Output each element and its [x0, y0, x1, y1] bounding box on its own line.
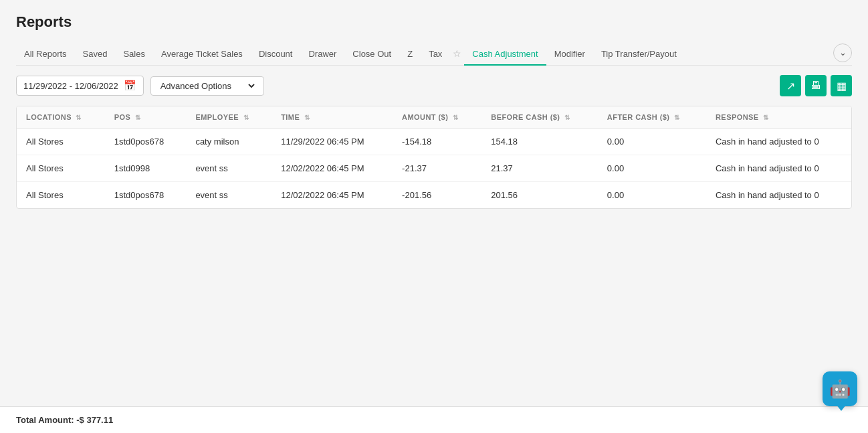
tab-average-ticket-sales[interactable]: Average Ticket Sales [153, 44, 251, 66]
chevron-down-icon: ⌄ [839, 48, 847, 58]
toolbar-actions: ↗ 🖶 ▦ [780, 75, 852, 96]
cell-amount-1: -21.37 [393, 155, 481, 182]
cell-employee-2: event ss [186, 182, 272, 209]
tab-drawer[interactable]: Drawer [300, 44, 344, 66]
cell-locations-1: All Stores [17, 155, 105, 182]
sort-icon-before-cash: ⇅ [564, 114, 570, 121]
nav-right: ⌄ [833, 44, 852, 65]
col-response[interactable]: RESPONSE ⇅ [706, 106, 851, 128]
advanced-options-dropdown[interactable]: Advanced Options [158, 80, 257, 92]
cell-response-2: Cash in hand adjusted to 0 [706, 182, 851, 209]
cell-employee-1: event ss [186, 155, 272, 182]
col-after-cash[interactable]: AFTER CASH ($) ⇅ [598, 106, 706, 128]
tab-all-reports[interactable]: All Reports [16, 44, 75, 66]
cell-after_cash-1: 0.00 [598, 155, 706, 182]
col-pos[interactable]: POS ⇅ [105, 106, 187, 128]
total-amount: Total Amount: -$ 377.11 [16, 415, 113, 425]
sort-icon-response: ⇅ [763, 114, 768, 121]
sort-icon-employee: ⇅ [243, 114, 249, 121]
cell-amount-0: -154.18 [393, 128, 481, 155]
cell-response-0: Cash in hand adjusted to 0 [706, 128, 851, 155]
print-button[interactable]: 🖶 [805, 75, 827, 96]
tab-modifier[interactable]: Modifier [546, 44, 593, 66]
export-icon: ↗ [786, 80, 795, 92]
report-table: LOCATIONS ⇅ POS ⇅ EMPLOYEE ⇅ TIME ⇅ [17, 106, 851, 208]
cell-before_cash-0: 154.18 [481, 128, 598, 155]
col-before-cash[interactable]: BEFORE CASH ($) ⇅ [481, 106, 598, 128]
col-employee[interactable]: EMPLOYEE ⇅ [186, 106, 272, 128]
chatbot-tail [836, 404, 847, 411]
page-wrapper: Reports All Reports Saved Sales Average … [0, 0, 868, 433]
tab-sales[interactable]: Sales [115, 44, 153, 66]
page-title: Reports [16, 13, 852, 31]
cell-time-2: 12/02/2022 06:45 PM [272, 182, 393, 209]
sort-icon-pos: ⇅ [135, 114, 140, 121]
tab-tax[interactable]: Tax [421, 44, 450, 66]
cell-locations-0: All Stores [17, 128, 105, 155]
columns-button[interactable]: ▦ [831, 75, 852, 96]
date-range-picker[interactable]: 11/29/2022 - 12/06/2022 📅 [16, 76, 144, 96]
chatbot-icon: 🤖 [829, 379, 851, 400]
table-row: All Stores1std0998event ss12/02/2022 06:… [17, 155, 851, 182]
tab-z[interactable]: Z [399, 44, 421, 66]
tab-tip-transfer-payout[interactable]: Tip Transfer/Payout [593, 44, 685, 66]
col-amount[interactable]: AMOUNT ($) ⇅ [393, 106, 481, 128]
print-icon: 🖶 [810, 80, 821, 92]
cell-employee-0: caty milson [186, 128, 272, 155]
table-header: LOCATIONS ⇅ POS ⇅ EMPLOYEE ⇅ TIME ⇅ [17, 106, 851, 128]
favorite-star-icon[interactable]: ☆ [450, 43, 464, 66]
export-button[interactable]: ↗ [780, 75, 801, 96]
cell-before_cash-2: 201.56 [481, 182, 598, 209]
cell-after_cash-0: 0.00 [598, 128, 706, 155]
nav-collapse-button[interactable]: ⌄ [833, 44, 852, 62]
report-table-wrapper: LOCATIONS ⇅ POS ⇅ EMPLOYEE ⇅ TIME ⇅ [16, 106, 852, 209]
table-row: All Stores1std0pos678event ss12/02/2022 … [17, 182, 851, 209]
col-time[interactable]: TIME ⇅ [272, 106, 393, 128]
cell-pos-0: 1std0pos678 [105, 128, 187, 155]
date-range-value: 11/29/2022 - 12/06/2022 [23, 81, 118, 91]
cell-time-1: 12/02/2022 06:45 PM [272, 155, 393, 182]
sort-icon-after-cash: ⇅ [674, 114, 679, 121]
sort-icon-time: ⇅ [304, 114, 310, 121]
tab-close-out[interactable]: Close Out [344, 44, 399, 66]
col-locations[interactable]: LOCATIONS ⇅ [17, 106, 105, 128]
cell-pos-2: 1std0pos678 [105, 182, 187, 209]
cell-locations-2: All Stores [17, 182, 105, 209]
cell-amount-2: -201.56 [393, 182, 481, 209]
cell-before_cash-1: 21.37 [481, 155, 598, 182]
nav-tabs: All Reports Saved Sales Average Ticket S… [16, 43, 852, 66]
tab-discount[interactable]: Discount [251, 44, 301, 66]
toolbar: 11/29/2022 - 12/06/2022 📅 Advanced Optio… [16, 75, 852, 96]
cell-response-1: Cash in hand adjusted to 0 [706, 155, 851, 182]
advanced-options-select[interactable]: Advanced Options [150, 76, 264, 96]
cell-time-0: 11/29/2022 06:45 PM [272, 128, 393, 155]
chatbot-button[interactable]: 🤖 [823, 371, 857, 406]
tab-cash-adjustment[interactable]: Cash Adjustment [464, 44, 546, 66]
calendar-icon: 📅 [124, 80, 136, 92]
tab-saved[interactable]: Saved [75, 44, 116, 66]
sort-icon-amount: ⇅ [453, 114, 458, 121]
cell-pos-1: 1std0998 [105, 155, 187, 182]
cell-after_cash-2: 0.00 [598, 182, 706, 209]
columns-icon: ▦ [837, 80, 847, 92]
sort-icon-locations: ⇅ [76, 114, 81, 121]
table-body: All Stores1std0pos678caty milson11/29/20… [17, 128, 851, 209]
footer-bar: Total Amount: -$ 377.11 [0, 406, 868, 433]
table-row: All Stores1std0pos678caty milson11/29/20… [17, 128, 851, 155]
